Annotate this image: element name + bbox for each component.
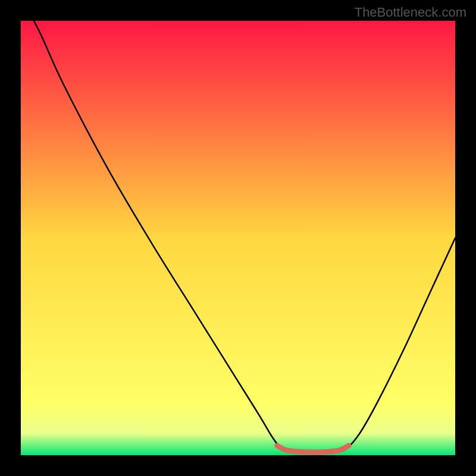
chart-svg bbox=[21, 21, 455, 455]
chart-area bbox=[21, 21, 455, 455]
watermark-text: TheBottleneck.com bbox=[355, 5, 466, 20]
gradient-background bbox=[21, 21, 455, 455]
